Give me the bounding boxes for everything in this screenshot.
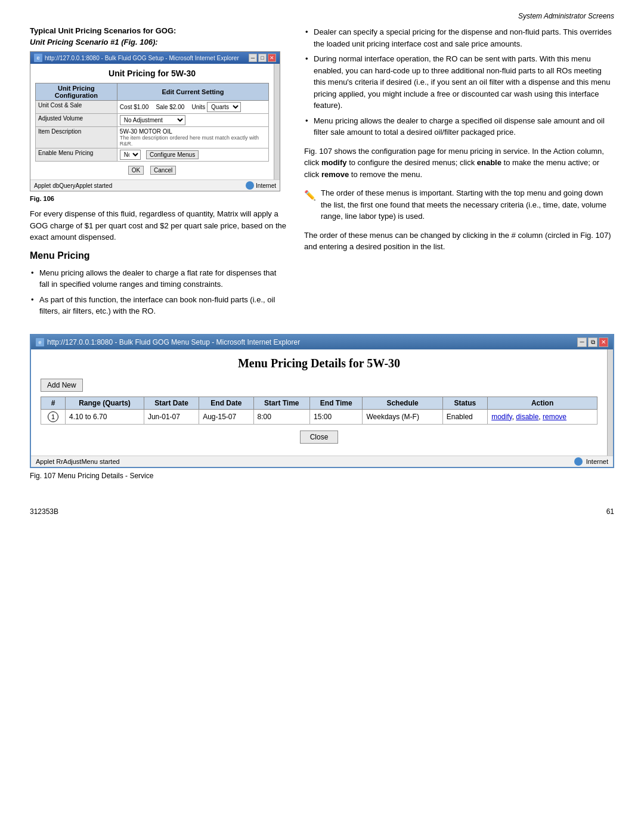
titlebar-left-1: e http://127.0.0.1:8080 - Bulk Fluid GOG…: [34, 54, 239, 62]
browser-icon-1: e: [34, 54, 42, 62]
close-button-container: Close: [41, 431, 597, 444]
note-text-1: The order of these menus is important. S…: [321, 187, 614, 222]
table-row: 1 4.10 to 6.70 Jun-01-07 Aug-15-07 8:00 …: [41, 409, 597, 424]
browser-title-2: http://127.0.0.1:8080 - Bulk Fluid GOG M…: [47, 338, 300, 346]
statusbar-internet-2: Internet: [574, 457, 608, 466]
scrollbar-2[interactable]: [607, 349, 613, 456]
enable-bold: enable: [477, 158, 501, 167]
row-value-3: 5W-30 MOTOR OIL The item description ord…: [117, 127, 268, 148]
browser-inner-1: Unit Pricing for 5W-30 Unit Pricing Conf…: [30, 64, 280, 179]
col-header-start-time: Start Time: [253, 397, 310, 409]
large-content-body: Menu Pricing Details for 5W-30 Add New #…: [31, 349, 607, 456]
enable-menu-select[interactable]: No: [120, 150, 141, 160]
content-title-1: Unit Pricing for 5W-30: [35, 69, 269, 78]
cancel-button-1[interactable]: Cancel: [150, 166, 176, 175]
minimize-button-2[interactable]: ─: [577, 337, 587, 347]
adjusted-volume-select[interactable]: No Adjustment: [120, 115, 185, 125]
bullet-item: Menu pricing allows the dealer to charge…: [304, 115, 614, 138]
right-bullets: Dealer can specify a special pricing for…: [304, 26, 614, 138]
col-header-range: Range (Quarts): [66, 397, 144, 409]
table-row: Adjusted Volume No Adjustment: [36, 114, 269, 127]
add-new-button[interactable]: Add New: [41, 379, 83, 392]
circled-number: 1: [48, 411, 58, 422]
row-number-cell[interactable]: 1: [41, 409, 66, 424]
col-header-config: Unit Pricing Configuration: [36, 83, 117, 101]
fig107-mid-text: to configure the desired menus; click: [349, 158, 475, 167]
action-remove-link[interactable]: remove: [543, 413, 566, 421]
col-header-action: Action: [488, 397, 597, 409]
fig-107-caption: Fig. 107 Menu Pricing Details - Service: [30, 472, 614, 480]
col-header-start-date: Start Date: [144, 397, 199, 409]
ok-button-1[interactable]: OK: [128, 166, 144, 175]
col-header-end-date: End Date: [199, 397, 253, 409]
page-footer: 312353B 61: [30, 490, 614, 516]
unit-pricing-table: Unit Pricing Configuration Edit Current …: [35, 83, 269, 162]
browser-large-content: Menu Pricing Details for 5W-30 Add New #…: [31, 349, 607, 456]
col-header-setting: Edit Current Setting: [117, 83, 268, 101]
browser-form-buttons: OK Cancel: [35, 165, 269, 175]
row-label-4: Enable Menu Pricing: [36, 148, 117, 162]
row-start-date: Jun-01-07: [144, 409, 199, 424]
statusbar-internet-text-2: Internet: [586, 458, 608, 465]
browser-controls-2[interactable]: ─ ⧉ ✕: [577, 337, 608, 347]
section-title: Typical Unit Pricing Scenarios for GOG:: [30, 26, 286, 35]
bullet-item: Menu pricing allows the dealer to charge…: [30, 267, 286, 290]
statusbar-text-1: Applet dbQueryApplet started: [34, 182, 112, 189]
internet-icon-1: [246, 181, 254, 190]
browser-titlebar-2: e http://127.0.0.1:8080 - Bulk Fluid GOG…: [31, 335, 613, 349]
menu-pricing-table: # Range (Quarts) Start Date End Date Sta…: [41, 397, 597, 425]
close-button-2[interactable]: ✕: [599, 337, 608, 347]
row-value-2: No Adjustment: [117, 114, 268, 127]
browser-statusbar-1: Applet dbQueryApplet started Internet: [30, 179, 280, 191]
browser-controls-1[interactable]: ─ □ ✕: [249, 54, 276, 62]
statusbar-internet-1: Internet: [246, 181, 276, 190]
bullet-item: During normal interface operation, the R…: [304, 53, 614, 112]
row-label-2: Adjusted Volume: [36, 114, 117, 127]
table-row: Item Description 5W-30 MOTOR OIL The ite…: [36, 127, 269, 148]
footer-right: 61: [606, 507, 614, 516]
browser-inner-2: Menu Pricing Details for 5W-30 Add New #…: [31, 349, 613, 456]
row-value-4: No Configure Menus: [117, 148, 268, 162]
remove-bold: remove: [321, 170, 349, 179]
col-header-schedule: Schedule: [363, 397, 442, 409]
row-action: modify, disable, remove: [488, 409, 597, 424]
browser-window-2: e http://127.0.0.1:8080 - Bulk Fluid GOG…: [30, 334, 614, 468]
row-label-1: Unit Cost & Sale: [36, 101, 117, 114]
col-header-end-time: End Time: [310, 397, 363, 409]
close-button-1[interactable]: ✕: [268, 54, 276, 62]
configure-menus-button[interactable]: Configure Menus: [146, 150, 199, 159]
close-button-2[interactable]: Close: [300, 431, 339, 444]
menu-pricing-heading: Menu Pricing: [30, 250, 286, 261]
sale-value: 2.00: [173, 104, 184, 110]
browser-content-1: Unit Pricing for 5W-30 Unit Pricing Conf…: [30, 64, 274, 179]
browser-title-1: http://127.0.0.1:8080 - Bulk Fluid GOG S…: [45, 55, 239, 61]
browser-titlebar-1: e http://127.0.0.1:8080 - Bulk Fluid GOG…: [30, 52, 280, 64]
row-label-3: Item Description: [36, 127, 117, 148]
table-row: Unit Cost & Sale Cost $1.00 Sale $2.00 U…: [36, 101, 269, 114]
row-end-date: Aug-15-07: [199, 409, 253, 424]
minimize-button-1[interactable]: ─: [249, 54, 257, 62]
note-pencil-icon: ✏️: [304, 187, 316, 222]
statusbar-text-2: Applet RrAdjustMenu started: [36, 458, 120, 465]
footer-left: 312353B: [30, 507, 58, 516]
menu-pricing-bullets: Menu pricing allows the dealer to charge…: [30, 267, 286, 317]
row-value-1: Cost $1.00 Sale $2.00 Units Quarts: [117, 101, 268, 114]
col-header-num: #: [41, 397, 66, 409]
note-box-1: ✏️ The order of these menus is important…: [304, 187, 614, 222]
row-start-time: 8:00: [253, 409, 310, 424]
statusbar-icon-2: Applet RrAdjustMenu started: [36, 458, 120, 465]
action-modify-link[interactable]: modify: [491, 413, 512, 421]
scrollbar-1[interactable]: [274, 64, 280, 179]
row-end-time: 15:00: [310, 409, 363, 424]
maximize-button-1[interactable]: □: [258, 54, 267, 62]
cost-value: 1.00: [137, 104, 148, 110]
row-range: 4.10 to 6.70: [66, 409, 144, 424]
units-select[interactable]: Quarts: [207, 102, 241, 112]
statusbar-icon-1: Applet dbQueryApplet started: [34, 182, 112, 189]
action-disable-link[interactable]: disable: [516, 413, 538, 421]
body-paragraph-1: For every dispense of this fluid, regard…: [30, 208, 286, 243]
browser-body-1: Unit Pricing for 5W-30 Unit Pricing Conf…: [30, 64, 274, 179]
browser-icon-2: e: [36, 338, 44, 346]
restore-button-2[interactable]: ⧉: [588, 337, 597, 347]
section-subtitle: Unit Pricing Scenario #1 (Fig. 106):: [30, 38, 286, 47]
